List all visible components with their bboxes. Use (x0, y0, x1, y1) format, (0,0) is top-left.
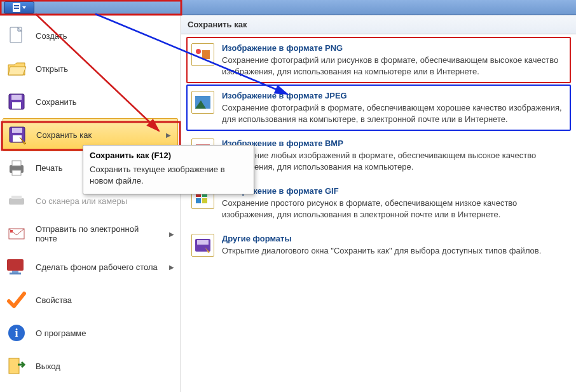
svg-rect-17 (10, 273, 21, 274)
tooltip-body: Сохранить текущее изображение в новом фа… (90, 164, 247, 186)
format-desc: Сохранение любых изображений в формате, … (222, 150, 566, 172)
info-icon: i (5, 321, 28, 344)
svg-rect-20 (9, 358, 19, 374)
format-desc: Открытие диалогового окна "Сохранить как… (222, 245, 566, 257)
other-formats-icon (191, 234, 214, 257)
save-floppy-icon (5, 90, 28, 113)
envelope-icon (5, 222, 28, 245)
menu-item-save[interactable]: Сохранить (0, 85, 181, 118)
svg-rect-4 (12, 102, 21, 109)
save-as-submenu: Сохранить как Изображение в формате PNG … (181, 15, 576, 392)
svg-text:i: i (15, 327, 18, 339)
svg-rect-34 (202, 198, 207, 203)
printer-icon (5, 156, 28, 179)
format-title: Изображение в формате JPEG (222, 91, 566, 100)
format-item-png[interactable]: Изображение в формате PNG Сохранение фот… (186, 37, 571, 83)
menu-item-label: Свойства (36, 295, 181, 305)
chevron-down-icon (22, 6, 26, 9)
open-folder-icon (5, 57, 28, 80)
format-title: Изображение в формате PNG (222, 43, 566, 53)
file-menu-left: Создать Открыть Сохранить Сохранить как … (0, 15, 181, 392)
svg-rect-12 (11, 196, 22, 199)
svg-rect-11 (9, 198, 24, 205)
menu-item-open[interactable]: Открыть (0, 52, 181, 85)
menu-item-label: Выход (36, 362, 181, 371)
chevron-right-icon: ▶ (169, 264, 174, 271)
menu-item-new[interactable]: Создать (0, 19, 181, 52)
menu-item-label: Сохранить (36, 97, 181, 107)
svg-rect-15 (7, 259, 24, 271)
png-icon (191, 43, 214, 66)
desktop-bg-icon (5, 255, 28, 278)
format-item-jpeg[interactable]: Изображение в формате JPEG Сохранение фо… (186, 84, 571, 131)
menu-item-exit[interactable]: Выход (0, 349, 181, 382)
save-as-tooltip: Сохранить как (F12) Сохранить текущее из… (83, 145, 254, 194)
menu-item-label: Сохранить как (36, 130, 158, 140)
new-doc-icon (5, 24, 28, 47)
svg-rect-33 (196, 198, 201, 203)
format-desc: Сохранение фотографий или рисунков в фор… (222, 55, 566, 77)
format-item-other[interactable]: Другие форматы Открытие диалогового окна… (186, 227, 571, 263)
menu-item-label: Отправить по электронной почте (36, 224, 161, 243)
menu-item-label: Открыть (36, 64, 181, 74)
svg-rect-10 (12, 170, 21, 175)
file-menu-button[interactable] (4, 1, 34, 14)
menu-item-label: Сделать фоном рабочего стола (36, 262, 161, 272)
format-title: Изображение в формате GIF (222, 186, 566, 196)
menu-item-properties[interactable]: Свойства (0, 283, 181, 316)
chevron-right-icon: ▶ (166, 132, 171, 139)
svg-rect-36 (197, 240, 209, 245)
svg-rect-16 (12, 271, 18, 273)
exit-door-icon (5, 355, 28, 377)
menu-item-label: Со сканера или камеры (36, 196, 181, 206)
properties-check-icon (5, 288, 28, 311)
submenu-header: Сохранить как (181, 15, 576, 34)
submenu-title: Сохранить как (188, 20, 247, 29)
dropdown-panel: Создать Открыть Сохранить Сохранить как … (0, 15, 576, 392)
save-as-floppy-icon (6, 123, 29, 146)
svg-point-22 (196, 49, 201, 54)
titlebar (0, 0, 576, 15)
document-icon (13, 3, 20, 12)
menu-item-label: Создать (36, 31, 181, 41)
menu-item-send-mail[interactable]: Отправить по электронной почте ▶ (0, 217, 181, 250)
format-title: Другие форматы (222, 234, 566, 243)
format-desc: Сохранение фотографий в формате, обеспеч… (222, 102, 566, 125)
format-title: Изображение в формате BMP (222, 139, 566, 148)
svg-rect-14 (10, 230, 13, 233)
menu-item-about[interactable]: i О программе (0, 316, 181, 349)
svg-rect-23 (202, 50, 210, 59)
svg-rect-6 (12, 128, 22, 133)
format-desc: Сохранение простого рисунок в формате, о… (222, 198, 566, 220)
svg-rect-9 (12, 161, 21, 166)
chevron-right-icon: ▶ (169, 231, 174, 238)
jpeg-icon (191, 91, 214, 114)
menu-item-label: О программе (36, 328, 181, 338)
menu-item-set-wallpaper[interactable]: Сделать фоном рабочего стола ▶ (0, 250, 181, 283)
scanner-icon (5, 189, 28, 212)
svg-rect-3 (11, 95, 22, 100)
tooltip-title: Сохранить как (F12) (90, 151, 247, 160)
